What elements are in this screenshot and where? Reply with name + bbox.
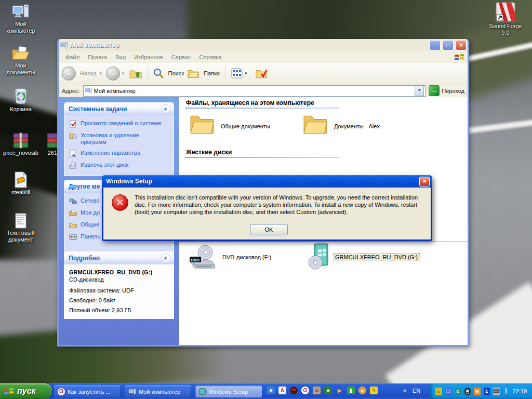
desktop-icon-my-computer[interactable]: Мой компьютер (1, 3, 41, 34)
quicklaunch-overflow-chevron[interactable]: » (403, 387, 406, 393)
quicklaunch-mail-icon[interactable]: ✉ (313, 387, 321, 394)
my-documents-icon (11, 45, 30, 61)
drive-item-setup-g[interactable] (307, 243, 332, 273)
sound-forge-icon (496, 2, 515, 22)
tray-word-icon[interactable]: w (474, 388, 481, 395)
quicklaunch-player-icon[interactable]: ▶ (336, 387, 343, 394)
tray-network-icon[interactable]: ❏ (445, 388, 452, 395)
forward-button[interactable]: → (106, 66, 120, 81)
close-button[interactable]: × (456, 40, 467, 50)
quicklaunch-aimp-icon[interactable]: ● (358, 387, 366, 394)
quicklaunch-ie-icon[interactable]: e (267, 387, 275, 394)
back-label: Назад (80, 70, 97, 76)
menu-edit[interactable]: Правка (84, 52, 111, 62)
task-link-change-setting[interactable]: Изменение параметра (69, 150, 171, 157)
desktop-icon-my-documents[interactable]: Мои документы (1, 45, 41, 76)
panel-details-body: GRMCULXFREO_RU_DVD (G:) CD-дисковод Файл… (64, 264, 174, 319)
tray-codec-icon[interactable]: c (455, 388, 461, 395)
tray-mouse-icon[interactable]: 🖰 (464, 388, 471, 395)
section-title-hard-disks: Жесткие диски (186, 149, 232, 156)
menu-favorites[interactable]: Избранное (130, 52, 167, 62)
folder-sync-icon[interactable] (255, 68, 268, 79)
drive-item-dvd-f[interactable]: DVD (189, 244, 218, 273)
panel-system-tasks-body: Просмотр сведений о системе Установка и … (64, 115, 174, 176)
desktop-icon-label: stealkill (1, 189, 41, 196)
drive-item-label[interactable]: DVD-дисковод (F:) (222, 254, 271, 260)
drive-item-label-selected[interactable]: GRMCULXFREO_RU_DVD (G:) (333, 253, 420, 261)
panel-system-tasks: Системные задачи « Просмотр сведений о с… (64, 102, 174, 176)
desktop-icon-price-novosib[interactable]: price_novosib (0, 132, 42, 156)
address-input[interactable]: Мой компьютер ▼ (83, 85, 426, 97)
folder-item-alex-documents[interactable] (303, 114, 328, 137)
language-indicator[interactable]: EN (413, 388, 420, 394)
panel-details-header[interactable]: Подробно « (64, 251, 174, 264)
folder-icon (190, 114, 215, 135)
desktop-icon-text-document[interactable]: Текстовый документ (1, 212, 41, 243)
up-folder-icon[interactable] (129, 67, 142, 79)
folders-icon[interactable] (187, 68, 200, 79)
details-volume-type: CD-дисковод (69, 276, 171, 283)
go-button[interactable]: → Переход (429, 85, 464, 96)
collapse-chevron-icon[interactable]: « (162, 254, 170, 262)
forward-dropdown-icon[interactable]: ▾ (122, 71, 125, 76)
tray-key-icon[interactable]: ⌂ (435, 388, 442, 395)
menu-file[interactable]: Файл (62, 52, 83, 62)
toolbar-separator (225, 66, 227, 80)
tray-keyboard-icon[interactable]: ⌨ (493, 388, 500, 395)
desktop-icon-label: Корзина (1, 106, 41, 113)
menu-view[interactable]: Вид (112, 52, 129, 62)
details-filesystem: Файловая система: UDF (69, 287, 171, 294)
taskbar: пуск O Как запустить ... Мой компьютер W… (0, 383, 532, 399)
taskbar-button-opera[interactable]: O Как запустить ... (54, 385, 121, 397)
section-divider (185, 108, 339, 109)
quicklaunch-tree-icon[interactable]: ♣ (324, 387, 332, 394)
search-label[interactable]: Поиск (168, 70, 184, 76)
panel-title: Другие ме (69, 183, 100, 190)
quicklaunch-lightning-icon[interactable]: ϟ (370, 387, 378, 394)
taskbar-button-windows-setup[interactable]: Windows Setup (195, 385, 262, 397)
ok-button[interactable]: OK (250, 224, 288, 235)
desktop-icon-recycle-bin[interactable]: Корзина (1, 87, 41, 113)
folder-item-label[interactable]: Общие документы (221, 123, 270, 129)
quicklaunch-opera-icon[interactable]: O (301, 387, 309, 394)
start-button[interactable]: пуск (0, 383, 52, 399)
menu-help[interactable]: Справка (196, 52, 225, 62)
folder-item-shared-documents[interactable] (190, 114, 215, 137)
dialog-close-button[interactable]: × (419, 177, 430, 187)
details-total-size: Полный объем: 2,93 ГБ (69, 307, 171, 313)
dialog-titlebar[interactable]: Windows Setup × (102, 175, 432, 188)
views-dropdown-icon[interactable]: ▾ (245, 71, 247, 76)
address-value: Мой компьютер (94, 88, 136, 94)
views-icon[interactable] (231, 68, 243, 78)
tray-bluetooth-icon[interactable]: ᛒ (503, 388, 510, 395)
back-button[interactable]: ← (62, 66, 76, 81)
desktop-icon-sound-forge[interactable]: Sound Forge 9.0 (485, 2, 526, 36)
windows-setup-disc-icon (307, 243, 332, 271)
system-info-icon (69, 120, 77, 128)
minimize-button[interactable]: _ (430, 40, 441, 50)
folder-item-label[interactable]: Документы - Alex (334, 123, 380, 129)
collapse-chevron-icon[interactable]: « (162, 104, 170, 113)
quicklaunch-battery-icon[interactable]: ▮ (347, 387, 355, 394)
quicklaunch-media-icon[interactable]: ◠ (290, 387, 298, 394)
desktop-icon-stealkill[interactable]: stealkill (1, 171, 41, 196)
my-computer-icon (12, 3, 30, 20)
panel-details: Подробно « GRMCULXFREO_RU_DVD (G:) CD-ди… (64, 251, 174, 319)
menu-tools[interactable]: Сервис (168, 52, 195, 62)
task-link-eject-disk[interactable]: Извлечь этот диск (69, 162, 171, 169)
search-icon[interactable] (153, 68, 164, 79)
panel-system-tasks-header[interactable]: Системные задачи « (64, 102, 174, 115)
address-dropdown-icon[interactable]: ▼ (415, 86, 424, 96)
taskbar-button-my-computer[interactable]: Мой компьютер (125, 385, 191, 397)
quicklaunch-acdsee-icon[interactable]: A (278, 387, 286, 394)
task-link-system-info[interactable]: Просмотр сведений о системе (69, 120, 171, 128)
my-documents-small-icon (69, 209, 77, 217)
tray-one-icon[interactable]: 1 (484, 388, 490, 395)
window-titlebar[interactable]: Мой компьютер _ □ × (57, 39, 469, 51)
taskbar-button-label: Windows Setup (208, 389, 248, 395)
task-link-add-remove-programs[interactable]: Установка и удаление программ (69, 132, 171, 145)
back-dropdown-icon[interactable]: ▾ (100, 71, 102, 76)
maximize-button[interactable]: □ (443, 40, 454, 50)
folders-label[interactable]: Папки (204, 70, 220, 76)
go-arrow-icon: → (429, 85, 440, 96)
